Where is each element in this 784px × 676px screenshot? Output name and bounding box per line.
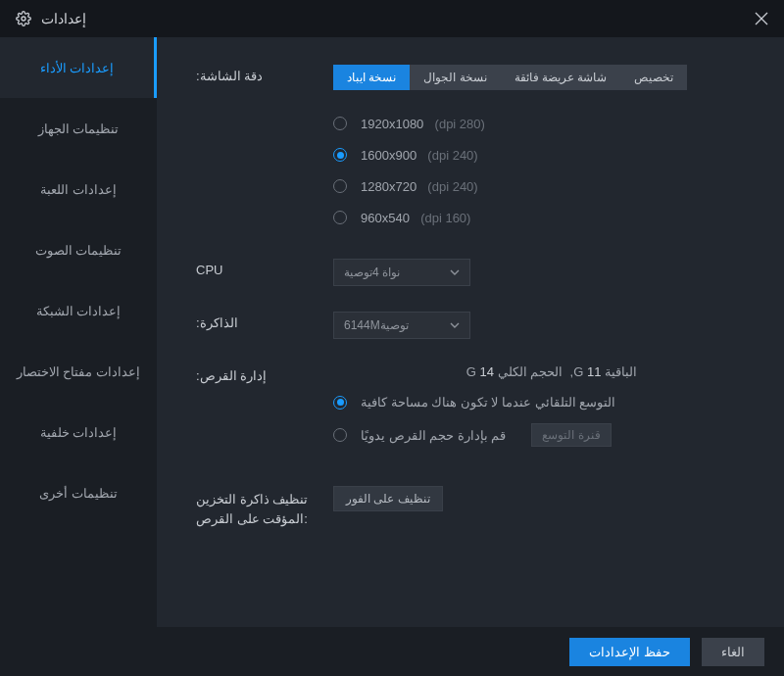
cancel-button[interactable]: الغاء [702, 638, 764, 666]
resolution-option-1280[interactable]: 1280x720 (dpi 240) [333, 170, 745, 202]
sidebar-item-label: تنظيمات أخرى [39, 486, 118, 501]
svg-point-0 [22, 17, 25, 21]
sidebar-item-device[interactable]: تنظيمات الجهاز [0, 98, 157, 159]
res-value: 1600x900 [361, 148, 416, 163]
disk-auto-expand[interactable]: التوسع التلقائي عندما لا تكون هناك مساحة… [333, 395, 745, 410]
disk-label: :إدارة القرص [196, 364, 333, 460]
res-value: 1920x1080 [361, 117, 423, 131]
titlebar: إعدادات [0, 0, 784, 37]
main-panel: :دقة الشاشة نسخة ايباد نسخة الجوال شاشة … [157, 37, 784, 627]
chevron-down-icon [450, 269, 460, 275]
tab-ipad[interactable]: نسخة ايباد [333, 65, 410, 90]
sidebar: إعدادات الأداء تنظيمات الجهاز إعدادات ال… [0, 37, 157, 627]
window-title: إعدادات [41, 11, 86, 26]
disk-auto-label: التوسع التلقائي عندما لا تكون هناك مساحة… [361, 395, 615, 410]
sidebar-item-label: إعدادات الشبكة [36, 304, 122, 318]
sidebar-item-label: إعدادات خلفية [40, 425, 118, 440]
res-dpi: (dpi 280) [435, 117, 485, 131]
tab-mobile[interactable]: نسخة الجوال [410, 65, 500, 90]
sidebar-item-sound[interactable]: تنظيمات الصوت [0, 219, 157, 280]
sidebar-item-wallpaper[interactable]: إعدادات خلفية [0, 402, 157, 462]
sidebar-item-other[interactable]: تنظيمات أخرى [0, 462, 157, 523]
radio-icon [333, 117, 347, 130]
cpu-label: CPU [196, 259, 333, 286]
radio-icon [333, 179, 347, 193]
res-dpi: (dpi 240) [427, 179, 477, 194]
disk-info: الباقية 11 G, الحجم الكلي 14 G [333, 364, 637, 379]
sidebar-item-label: تنظيمات الجهاز [38, 121, 120, 136]
close-icon[interactable] [755, 12, 768, 25]
res-dpi: (dpi 160) [420, 211, 470, 225]
sidebar-item-label: إعدادات اللعبة [40, 182, 117, 197]
expand-button: قنرة التوسع [531, 423, 611, 447]
radio-icon [333, 428, 347, 442]
disk-manual-label: قم بإدارة حجم القرص يدويًا [361, 428, 506, 443]
resolution-tabs: نسخة ايباد نسخة الجوال شاشة عريضة فائقة … [333, 65, 745, 90]
sidebar-item-label: تنظيمات الصوت [35, 243, 122, 258]
tab-ultrawide[interactable]: شاشة عريضة فائقة [501, 65, 621, 90]
res-value: 960x540 [361, 211, 410, 225]
radio-icon [333, 211, 347, 224]
sidebar-item-game[interactable]: إعدادات اللعبة [0, 159, 157, 219]
cpu-value: نواة 4توصية [344, 266, 400, 279]
gear-icon [16, 11, 31, 26]
resolution-option-1920[interactable]: 1920x1080 (dpi 280) [333, 108, 745, 139]
memory-label: :الذاكرة [196, 312, 333, 339]
res-value: 1280x720 [361, 179, 416, 194]
sidebar-item-shortcut[interactable]: إعدادات مفتاح الاختصار [0, 341, 157, 402]
disk-manual[interactable]: قم بإدارة حجم القرص يدويًا قنرة التوسع [333, 423, 745, 447]
cache-label: تنظيف ذاكرة التخزين المؤقت على القرص: [196, 486, 333, 528]
radio-icon [333, 396, 347, 410]
memory-select[interactable]: 6144Mتوصية [333, 312, 470, 339]
save-button[interactable]: حفظ الإعدادات [569, 638, 690, 666]
footer: حفظ الإعدادات الغاء [0, 627, 784, 676]
sidebar-item-network[interactable]: إعدادات الشبكة [0, 280, 157, 341]
resolution-label: :دقة الشاشة [196, 65, 333, 233]
resolution-option-960[interactable]: 960x540 (dpi 160) [333, 202, 745, 233]
res-dpi: (dpi 240) [427, 148, 477, 163]
cpu-select[interactable]: نواة 4توصية [333, 259, 470, 286]
clean-cache-button[interactable]: تنظيف على الفور [333, 486, 443, 511]
sidebar-item-performance[interactable]: إعدادات الأداء [0, 37, 157, 98]
sidebar-item-label: إعدادات مفتاح الاختصار [17, 364, 140, 379]
radio-icon [333, 148, 347, 162]
tab-custom[interactable]: تخصيص [620, 65, 687, 90]
sidebar-item-label: إعدادات الأداء [40, 61, 115, 75]
chevron-down-icon [450, 322, 460, 328]
memory-value: 6144Mتوصية [344, 318, 409, 332]
resolution-option-1600[interactable]: 1600x900 (dpi 240) [333, 139, 745, 170]
